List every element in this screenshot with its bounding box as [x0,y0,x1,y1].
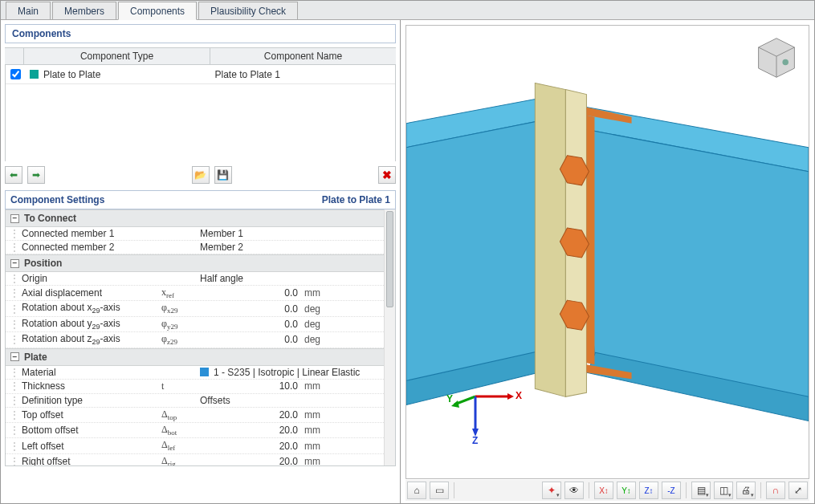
prop-label: Bottom offset [20,425,161,436]
prop-symbol: φz29 [161,333,200,346]
prop-unit: deg [304,319,336,330]
col-check [5,48,24,64]
move-left-button[interactable]: ⬅ [5,166,22,184]
cube-icon: ◫ [719,485,728,496]
scrollbar[interactable] [384,209,395,465]
group-label: Position [24,258,62,269]
prop-label: Right offset [20,456,161,466]
home-icon: ⌂ [414,485,419,496]
col-type: Component Type [24,48,210,64]
app-window: Main Members Components Plausibility Che… [0,0,815,504]
prop-symbol: φx29 [161,302,200,315]
prop-value[interactable]: 20.0 [200,456,304,466]
collapse-icon[interactable]: − [10,259,19,268]
prop-value[interactable]: Member 2 [200,242,395,253]
prop-unit: deg [304,334,336,345]
row-checkbox[interactable] [10,69,21,79]
tab-bar: Main Members Components Plausibility Che… [1,1,814,20]
axis-z-label: Z [472,435,478,446]
prop-value[interactable]: 0.0 [200,334,304,345]
prop-label: Top offset [20,409,161,421]
prop-unit: mm [304,409,336,421]
prop-symbol: t [161,380,200,392]
vt-home-button[interactable]: ⌂ [407,482,426,499]
collapse-icon[interactable]: − [10,352,19,361]
prop-value[interactable]: 20.0 [200,409,304,421]
prop-label: Connected member 1 [20,228,161,239]
prop-label: Rotation about y29-axis [20,318,161,331]
axis-y-label: Y [446,393,453,404]
prop-row[interactable]: ⋮ Connected member 2 Member 2 [6,241,395,254]
prop-value[interactable]: Offsets [200,395,395,406]
prop-value[interactable]: Half angle [200,273,395,284]
prop-label: Axial displacement [20,287,161,299]
delete-button[interactable]: ✖ [378,166,396,184]
group-label: To Connect [24,213,76,224]
prop-unit: mm [304,380,336,392]
vt-view-y-button[interactable]: Y↕ [617,482,636,499]
prop-label: Rotation about z29-axis [20,333,161,346]
prop-value[interactable]: 10.0 [200,380,304,392]
prop-symbol: xref [161,287,200,299]
arrow-right-icon: ➡ [32,169,40,181]
tab-main[interactable]: Main [6,2,51,19]
row-name: Plate to Plate 1 [210,67,396,82]
components-grid[interactable]: Plate to Plate Plate to Plate 1 [5,65,396,161]
vt-axis-button[interactable]: ✦▾ [542,482,561,499]
prop-value[interactable]: 0.0 [200,319,304,330]
vt-box-button[interactable]: ◫▾ [714,482,733,499]
prop-unit: deg [304,303,336,315]
prop-value[interactable]: 20.0 [200,441,304,452]
axis-icon: ✦ [548,485,556,496]
prop-value[interactable]: 0.0 [200,287,304,299]
prop-unit: mm [304,441,336,452]
left-panel: Components Component Type Component Name… [1,20,401,503]
group-to-connect[interactable]: − To Connect [6,209,395,227]
vt-expand-button[interactable]: ⤢ [789,482,808,499]
property-grid[interactable]: − To Connect ⋮ Connected member 1 Member… [5,209,396,466]
close-icon: ✖ [382,169,392,181]
prop-unit: mm [304,456,336,466]
vt-shade-button[interactable]: ▤▾ [691,482,711,499]
components-grid-header: Component Type Component Name [5,47,396,65]
tab-plausibility[interactable]: Plausibility Check [198,2,298,19]
row-type: Plate to Plate [43,69,100,80]
prop-label: Definition type [20,395,161,406]
group-label: Plate [24,352,47,363]
prop-symbol: Δlef [161,439,200,452]
vt-eye-button[interactable]: 👁 [564,482,584,499]
settings-header: Component Settings Plate to Plate 1 [5,190,396,209]
vt-view-neg-z-button[interactable]: -Z [662,482,681,499]
right-panel: X Y Z ⌂ ▭ ✦▾ 👁 X↕ Y↕ Z↕ -Z ▤▾ ◫▾ [401,20,814,503]
prop-value[interactable]: Member 1 [200,228,395,239]
shade-icon: ▤ [697,485,706,496]
tab-members[interactable]: Members [52,2,116,19]
settings-title: Component Settings [10,194,104,205]
svg-marker-10 [586,116,594,365]
table-row[interactable]: Plate to Plate Plate to Plate 1 [6,65,395,84]
y-view-icon: Y↕ [621,486,631,495]
view-cube[interactable] [754,35,799,80]
move-right-button[interactable]: ➡ [27,166,45,184]
vt-view-z-button[interactable]: Z↕ [639,482,658,499]
prop-value[interactable]: 20.0 [200,425,304,436]
open-button[interactable]: 📂 [192,166,210,184]
3d-viewport[interactable]: X Y Z [405,25,809,479]
viewport-toolbar: ⌂ ▭ ✦▾ 👁 X↕ Y↕ Z↕ -Z ▤▾ ◫▾ 🖨▾ ∩ ⤢ [405,480,809,501]
vt-view-x-button[interactable]: X↕ [594,482,613,499]
prop-value[interactable]: 1 - S235 | Isotropic | Linear Elastic [200,367,395,378]
vt-magnet-button[interactable]: ∩ [766,482,785,499]
tab-components[interactable]: Components [118,2,197,20]
group-plate[interactable]: − Plate [6,348,395,366]
group-position[interactable]: − Position [6,254,395,272]
prop-row[interactable]: ⋮ Connected member 1 Member 1 [6,227,395,241]
save-button[interactable]: 💾 [214,166,232,184]
collapse-icon[interactable]: − [10,214,19,223]
prop-value[interactable]: 0.0 [200,303,304,315]
svg-marker-18 [507,393,514,400]
vt-select-button[interactable]: ▭ [430,482,449,499]
scroll-thumb[interactable] [386,211,393,307]
vt-print-button[interactable]: 🖨▾ [736,482,756,499]
axis-x-label: X [515,390,522,401]
svg-point-16 [782,59,788,65]
